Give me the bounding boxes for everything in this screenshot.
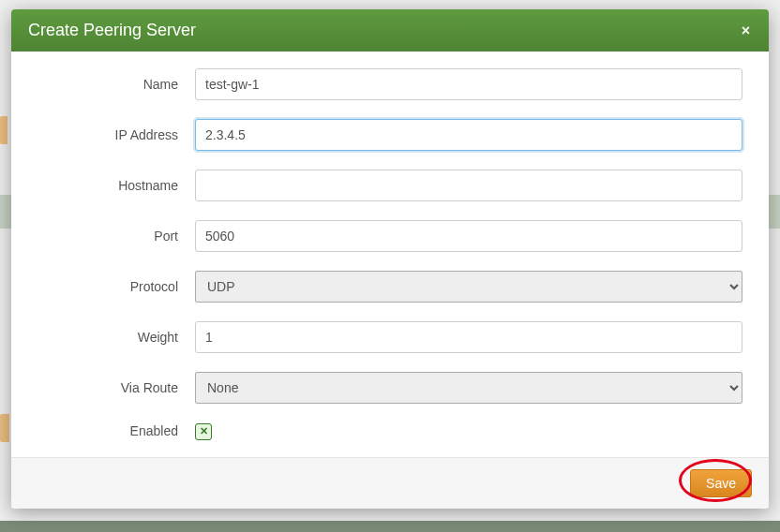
label-hostname: Hostname [38, 178, 195, 193]
field-row-name: Name [38, 68, 742, 100]
port-input[interactable] [195, 220, 742, 252]
field-row-weight: Weight [38, 321, 742, 353]
field-row-port: Port [38, 220, 742, 252]
enabled-checkbox[interactable]: ✕ [195, 423, 212, 440]
close-icon[interactable]: × [740, 23, 752, 38]
field-row-enabled: Enabled ✕ [38, 422, 742, 440]
label-weight: Weight [38, 330, 195, 345]
hostname-input[interactable] [195, 170, 742, 201]
field-row-via-route: Via Route None [38, 372, 742, 404]
check-icon: ✕ [200, 425, 208, 437]
background-accent [0, 116, 8, 144]
label-enabled: Enabled [38, 423, 195, 438]
label-via-route: Via Route [38, 380, 195, 395]
modal-title: Create Peering Server [28, 21, 196, 40]
field-row-ip-address: IP Address [38, 119, 742, 151]
create-peering-server-modal: Create Peering Server × Name IP Address … [11, 9, 769, 509]
label-port: Port [38, 229, 195, 244]
ip-address-input[interactable] [195, 119, 742, 151]
modal-footer: Save [11, 457, 769, 509]
protocol-select[interactable]: UDP [195, 271, 742, 303]
modal-header: Create Peering Server × [11, 9, 769, 52]
background-footer-band [0, 521, 780, 532]
label-name: Name [38, 77, 195, 92]
modal-body: Name IP Address Hostname Port Protocol [11, 52, 769, 457]
save-button[interactable]: Save [690, 469, 752, 497]
weight-input[interactable] [195, 321, 742, 353]
label-protocol: Protocol [38, 279, 195, 294]
name-input[interactable] [195, 68, 742, 100]
field-row-hostname: Hostname [38, 170, 742, 201]
label-ip-address: IP Address [38, 127, 195, 142]
field-row-protocol: Protocol UDP [38, 271, 742, 303]
background-accent [0, 414, 9, 442]
via-route-select[interactable]: None [195, 372, 742, 404]
